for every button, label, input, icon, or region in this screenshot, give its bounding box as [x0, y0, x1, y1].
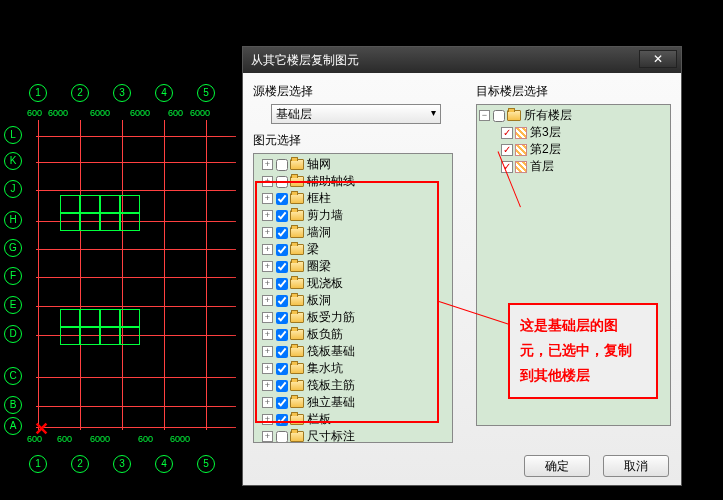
source-floor-combo[interactable]: 基础层: [271, 104, 441, 124]
tree-row[interactable]: +框柱: [256, 190, 450, 207]
plus-icon[interactable]: +: [262, 397, 273, 408]
tree-row[interactable]: +圈梁: [256, 258, 450, 275]
tree-row[interactable]: +筏板基础: [256, 343, 450, 360]
col-bubble: 2: [71, 455, 89, 473]
checkbox[interactable]: [276, 210, 288, 222]
folder-icon: [290, 261, 304, 272]
ok-button[interactable]: 确定: [524, 455, 590, 477]
tree-label: 剪力墙: [307, 207, 343, 224]
plus-icon[interactable]: +: [262, 295, 273, 306]
plus-icon[interactable]: +: [262, 278, 273, 289]
tree-row[interactable]: ✓ 第2层: [479, 141, 668, 158]
tree-row[interactable]: − 所有楼层: [479, 107, 668, 124]
col-bubble: 5: [197, 455, 215, 473]
col-bubble: 3: [113, 455, 131, 473]
folder-icon: [507, 110, 521, 121]
checkbox[interactable]: [276, 227, 288, 239]
dim: 6000: [48, 108, 68, 118]
plus-icon[interactable]: +: [262, 363, 273, 374]
plus-icon[interactable]: +: [262, 176, 273, 187]
tree-row[interactable]: +现浇板: [256, 275, 450, 292]
tree-row[interactable]: +梁: [256, 241, 450, 258]
plus-icon[interactable]: +: [262, 414, 273, 425]
tree-row[interactable]: +板受力筋: [256, 309, 450, 326]
row-bubble: J: [4, 180, 22, 198]
checkbox-checked[interactable]: ✓: [501, 144, 513, 156]
checkbox[interactable]: [276, 244, 288, 256]
plus-icon[interactable]: +: [262, 431, 273, 442]
checkbox[interactable]: [276, 380, 288, 392]
tree-row[interactable]: +集水坑: [256, 360, 450, 377]
folder-icon: [290, 227, 304, 238]
folder-icon: [290, 414, 304, 425]
folder-icon: [290, 380, 304, 391]
cancel-button[interactable]: 取消: [603, 455, 669, 477]
tree-row[interactable]: +板洞: [256, 292, 450, 309]
col-bubble: 4: [155, 455, 173, 473]
plus-icon[interactable]: +: [262, 159, 273, 170]
dialog-title: 从其它楼层复制图元: [251, 53, 359, 67]
checkbox[interactable]: [276, 193, 288, 205]
folder-icon: [290, 431, 304, 442]
tree-row[interactable]: +剪力墙: [256, 207, 450, 224]
tree-row[interactable]: +板负筋: [256, 326, 450, 343]
plus-icon[interactable]: +: [262, 346, 273, 357]
plus-icon[interactable]: +: [262, 261, 273, 272]
tree-row[interactable]: +轴网: [256, 156, 450, 173]
checkbox[interactable]: [276, 278, 288, 290]
plus-icon[interactable]: +: [262, 380, 273, 391]
copy-elements-dialog: 从其它楼层复制图元 ✕ 源楼层选择 基础层 图元选择 +轴网+辅助轴线+框柱+剪…: [242, 46, 682, 486]
tree-label: 框柱: [307, 190, 331, 207]
folder-icon: [290, 295, 304, 306]
dialog-titlebar[interactable]: 从其它楼层复制图元 ✕: [243, 47, 681, 73]
row-bubble: G: [4, 239, 22, 257]
tree-row[interactable]: +独立基础: [256, 394, 450, 411]
tree-label: 第3层: [530, 124, 561, 141]
plus-icon[interactable]: +: [262, 312, 273, 323]
minus-icon[interactable]: −: [479, 110, 490, 121]
element-tree[interactable]: +轴网+辅助轴线+框柱+剪力墙+墙洞+梁+圈梁+现浇板+板洞+板受力筋+板负筋+…: [253, 153, 453, 443]
checkbox[interactable]: [276, 431, 288, 443]
checkbox[interactable]: [276, 346, 288, 358]
tree-label: 板受力筋: [307, 309, 355, 326]
col-bubble: 5: [197, 84, 215, 102]
checkbox[interactable]: [276, 159, 288, 171]
floor-icon: [515, 161, 527, 173]
checkbox[interactable]: [276, 295, 288, 307]
folder-icon: [290, 278, 304, 289]
checkbox[interactable]: [493, 110, 505, 122]
col-bubble: 4: [155, 84, 173, 102]
checkbox[interactable]: [276, 312, 288, 324]
dim: 6000: [90, 108, 110, 118]
plus-icon[interactable]: +: [262, 210, 273, 221]
plus-icon[interactable]: +: [262, 329, 273, 340]
tree-label: 第2层: [530, 141, 561, 158]
tree-label: 板洞: [307, 292, 331, 309]
floor-icon: [515, 144, 527, 156]
tree-row[interactable]: +筏板主筋: [256, 377, 450, 394]
folder-icon: [290, 363, 304, 374]
tree-row[interactable]: +墙洞: [256, 224, 450, 241]
close-button[interactable]: ✕: [639, 50, 677, 68]
tree-label: 圈梁: [307, 258, 331, 275]
plus-icon[interactable]: +: [262, 193, 273, 204]
tree-row[interactable]: ✓ 第3层: [479, 124, 668, 141]
row-bubble: E: [4, 296, 22, 314]
tree-row[interactable]: +尺寸标注: [256, 428, 450, 443]
checkbox[interactable]: [276, 397, 288, 409]
tree-label: 辅助轴线: [307, 173, 355, 190]
plus-icon[interactable]: +: [262, 227, 273, 238]
checkbox[interactable]: [276, 329, 288, 341]
checkbox[interactable]: [276, 176, 288, 188]
dim: 600: [138, 434, 153, 444]
folder-icon: [290, 346, 304, 357]
checkbox[interactable]: [276, 363, 288, 375]
tree-row[interactable]: +栏板: [256, 411, 450, 428]
checkbox[interactable]: [276, 261, 288, 273]
plus-icon[interactable]: +: [262, 244, 273, 255]
tree-row[interactable]: +辅助轴线: [256, 173, 450, 190]
tree-label: 独立基础: [307, 394, 355, 411]
checkbox-checked[interactable]: ✓: [501, 127, 513, 139]
annotation-text: 元，已选中，复制: [520, 338, 646, 363]
checkbox[interactable]: [276, 414, 288, 426]
